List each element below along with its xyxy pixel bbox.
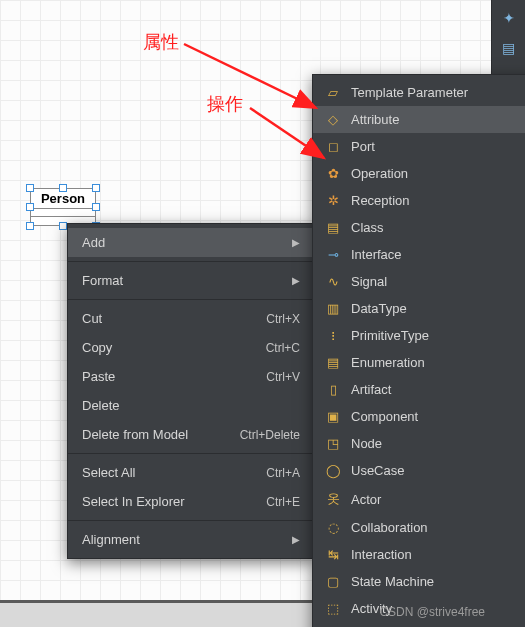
submenu-item-enumeration[interactable]: ▤Enumeration [313,349,525,376]
interaction-icon: ↹ [325,547,341,562]
usecase-icon: ◯ [325,463,341,478]
menu-separator [68,520,314,521]
class-attributes-compartment [31,209,95,217]
shortcut-text: Ctrl+Delete [240,428,300,442]
menu-separator [68,261,314,262]
submenu-item-interface[interactable]: ⊸Interface [313,241,525,268]
resize-handle[interactable] [59,184,67,192]
tool-icon[interactable]: ▤ [502,40,515,56]
menu-item-cut[interactable]: CutCtrl+X [68,304,314,333]
add-submenu: ▱Template Parameter ◇Attribute ◻Port ✿Op… [312,74,525,627]
signal-icon: ∿ [325,274,341,289]
menu-separator [68,299,314,300]
primitive-type-icon: ⫶ [325,328,341,343]
chevron-right-icon: ▶ [292,534,300,545]
activity-icon: ⬚ [325,601,341,616]
submenu-item-port[interactable]: ◻Port [313,133,525,160]
menu-item-delete-from-model[interactable]: Delete from ModelCtrl+Delete [68,420,314,449]
submenu-item-reception[interactable]: ✲Reception [313,187,525,214]
menu-item-select-all[interactable]: Select AllCtrl+A [68,458,314,487]
datatype-icon: ▥ [325,301,341,316]
chevron-right-icon: ▶ [292,237,300,248]
enumeration-icon: ▤ [325,355,341,370]
submenu-item-node[interactable]: ◳Node [313,430,525,457]
menu-item-copy[interactable]: CopyCtrl+C [68,333,314,362]
menu-item-add[interactable]: Add▶ [68,228,314,257]
submenu-item-usecase[interactable]: ◯UseCase [313,457,525,484]
resize-handle[interactable] [26,203,34,211]
artifact-icon: ▯ [325,382,341,397]
shortcut-text: Ctrl+C [266,341,300,355]
class-icon: ▤ [325,220,341,235]
chevron-right-icon: ▶ [292,275,300,286]
reception-icon: ✲ [325,193,341,208]
context-menu: Add▶ Format▶ CutCtrl+X CopyCtrl+C PasteC… [67,223,315,559]
menu-item-alignment[interactable]: Alignment▶ [68,525,314,554]
submenu-item-template-parameter[interactable]: ▱Template Parameter [313,79,525,106]
submenu-item-component[interactable]: ▣Component [313,403,525,430]
menu-item-select-in-explorer[interactable]: Select In ExplorerCtrl+E [68,487,314,516]
submenu-item-class[interactable]: ▤Class [313,214,525,241]
menu-separator [68,453,314,454]
collaboration-icon: ◌ [325,520,341,535]
component-icon: ▣ [325,409,341,424]
interface-icon: ⊸ [325,247,341,262]
submenu-item-collaboration[interactable]: ◌Collaboration [313,514,525,541]
template-parameter-icon: ▱ [325,85,341,100]
menu-item-delete[interactable]: Delete [68,391,314,420]
submenu-item-interaction[interactable]: ↹Interaction [313,541,525,568]
submenu-item-artifact[interactable]: ▯Artifact [313,376,525,403]
shortcut-text: Ctrl+A [266,466,300,480]
submenu-item-state-machine[interactable]: ▢State Machine [313,568,525,595]
submenu-item-actor[interactable]: 옷Actor [313,484,525,514]
submenu-item-datatype[interactable]: ▥DataType [313,295,525,322]
port-icon: ◻ [325,139,341,154]
class-name-label: Person [31,189,95,209]
menu-item-paste[interactable]: PasteCtrl+V [68,362,314,391]
resize-handle[interactable] [92,184,100,192]
node-icon: ◳ [325,436,341,451]
shortcut-text: Ctrl+E [266,495,300,509]
actor-icon: 옷 [325,490,341,508]
shortcut-text: Ctrl+X [266,312,300,326]
attribute-icon: ◇ [325,112,341,127]
submenu-item-attribute[interactable]: ◇Attribute [313,106,525,133]
resize-handle[interactable] [92,203,100,211]
tool-icon[interactable]: ✦ [503,10,515,26]
watermark: CSDN @strive4free [379,605,485,619]
state-machine-icon: ▢ [325,574,341,589]
shortcut-text: Ctrl+V [266,370,300,384]
submenu-item-primitive-type[interactable]: ⫶PrimitiveType [313,322,525,349]
submenu-item-opaque-behavior[interactable]: ◫Opaque Behavior [313,622,525,627]
menu-item-format[interactable]: Format▶ [68,266,314,295]
resize-handle[interactable] [26,222,34,230]
submenu-item-operation[interactable]: ✿Operation [313,160,525,187]
submenu-item-signal[interactable]: ∿Signal [313,268,525,295]
operation-icon: ✿ [325,166,341,181]
resize-handle[interactable] [59,222,67,230]
uml-class-person[interactable]: Person [30,188,96,226]
resize-handle[interactable] [26,184,34,192]
